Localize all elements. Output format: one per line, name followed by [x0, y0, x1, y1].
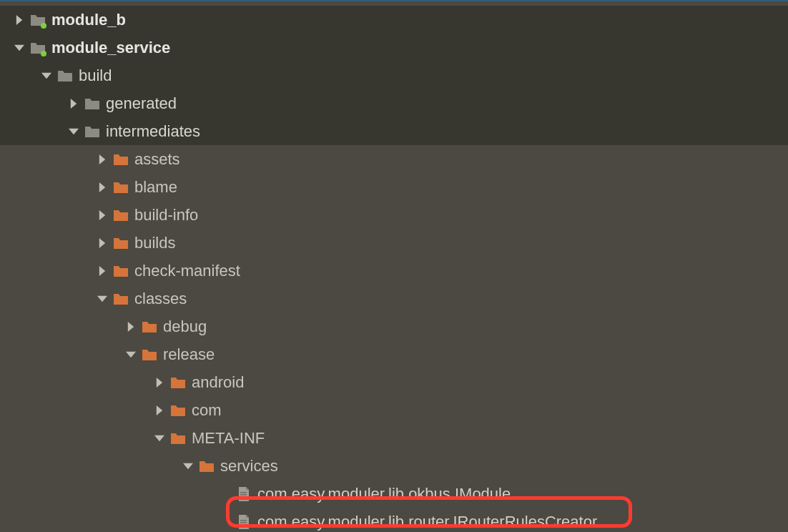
tree-row-debug[interactable]: debug	[0, 312, 788, 340]
chevron-down-icon[interactable]	[40, 69, 53, 82]
folder-orange-icon	[113, 291, 129, 307]
svg-rect-4	[240, 496, 245, 498]
folder-orange-icon	[170, 403, 186, 418]
folder-orange-icon	[113, 152, 129, 167]
chevron-down-icon[interactable]	[182, 460, 194, 473]
svg-point-0	[41, 23, 46, 29]
tree-row-module-b[interactable]: module_b	[0, 6, 788, 34]
tree-label: assets	[134, 152, 180, 167]
chevron-right-icon[interactable]	[96, 265, 109, 277]
folder-orange-icon	[199, 458, 215, 474]
tree-label: services	[220, 458, 278, 474]
folder-orange-icon	[170, 375, 186, 390]
chevron-right-icon[interactable]	[13, 14, 26, 26]
tree-label: module_service	[51, 40, 170, 56]
folder-orange-icon	[170, 430, 186, 446]
chevron-right-icon[interactable]	[153, 376, 166, 389]
project-tree[interactable]: module_b module_service build	[0, 1, 788, 532]
file-icon	[236, 486, 252, 502]
folder-orange-icon	[142, 347, 157, 363]
chevron-down-icon[interactable]	[124, 348, 137, 361]
tree-label: android	[192, 375, 244, 390]
tree-label: release	[163, 347, 215, 363]
folder-orange-icon	[113, 207, 129, 223]
tree-row-builds[interactable]: builds	[0, 229, 788, 257]
tree-row-file-irouterrulescreator[interactable]: com.easy.moduler.lib.router.IRouterRules…	[0, 508, 788, 532]
tree-label: com	[192, 403, 222, 418]
tree-label: intermediates	[106, 124, 200, 139]
chevron-down-icon[interactable]	[67, 125, 80, 138]
chevron-right-icon[interactable]	[96, 209, 109, 222]
tree-row-build[interactable]: build	[0, 61, 788, 89]
tree-label: debug	[163, 319, 207, 335]
folder-orange-icon	[113, 179, 129, 195]
tree-label: com.easy.moduler.lib.okbus.IModule	[257, 486, 511, 502]
tree-row-intermediates[interactable]: intermediates	[0, 117, 788, 145]
tree-row-com[interactable]: com	[0, 396, 788, 424]
tree-label: module_b	[51, 12, 126, 28]
tree-label: com.easy.moduler.lib.router.IRouterRules…	[257, 514, 597, 530]
tree-row-release[interactable]: release	[0, 340, 788, 368]
chevron-right-icon[interactable]	[153, 404, 166, 417]
tree-row-file-imodule[interactable]: com.easy.moduler.lib.okbus.IModule	[0, 480, 788, 508]
chevron-down-icon[interactable]	[13, 41, 26, 54]
tree-label: builds	[134, 235, 175, 251]
tree-row-services[interactable]: services	[0, 452, 788, 480]
chevron-down-icon[interactable]	[96, 292, 109, 305]
tree-row-assets[interactable]: assets	[0, 145, 788, 173]
svg-rect-7	[240, 524, 245, 526]
chevron-right-icon[interactable]	[96, 237, 109, 250]
tree-row-generated[interactable]: generated	[0, 89, 788, 117]
tree-row-android[interactable]: android	[0, 368, 788, 396]
folder-icon	[57, 68, 73, 84]
svg-rect-6	[240, 522, 247, 523]
svg-rect-3	[240, 494, 247, 496]
tree-label: build	[79, 68, 112, 84]
folder-orange-icon	[113, 235, 129, 251]
module-folder-icon	[30, 12, 46, 28]
tree-label: META-INF	[192, 430, 265, 446]
folder-icon	[84, 124, 100, 139]
svg-rect-5	[240, 520, 247, 521]
tree-row-blame[interactable]: blame	[0, 173, 788, 201]
folder-icon	[84, 96, 100, 112]
tree-label: classes	[134, 291, 187, 307]
tree-row-classes[interactable]: classes	[0, 285, 788, 312]
tree-label: check-manifest	[134, 263, 240, 279]
chevron-right-icon[interactable]	[96, 153, 109, 166]
svg-point-1	[41, 51, 46, 56]
tree-row-build-info[interactable]: build-info	[0, 201, 788, 229]
folder-orange-icon	[142, 319, 157, 335]
chevron-right-icon[interactable]	[124, 320, 137, 333]
chevron-right-icon[interactable]	[67, 97, 80, 110]
tree-label: build-info	[134, 207, 198, 223]
file-icon	[236, 514, 252, 530]
tree-row-check-manifest[interactable]: check-manifest	[0, 257, 788, 285]
module-folder-icon	[30, 40, 46, 56]
folder-orange-icon	[113, 263, 129, 279]
chevron-right-icon[interactable]	[96, 181, 109, 194]
tree-label: blame	[134, 179, 177, 195]
tree-row-module-service[interactable]: module_service	[0, 34, 788, 61]
svg-rect-2	[240, 492, 247, 493]
chevron-down-icon[interactable]	[153, 432, 166, 445]
tree-label: generated	[106, 96, 177, 112]
tree-row-meta-inf[interactable]: META-INF	[0, 424, 788, 452]
